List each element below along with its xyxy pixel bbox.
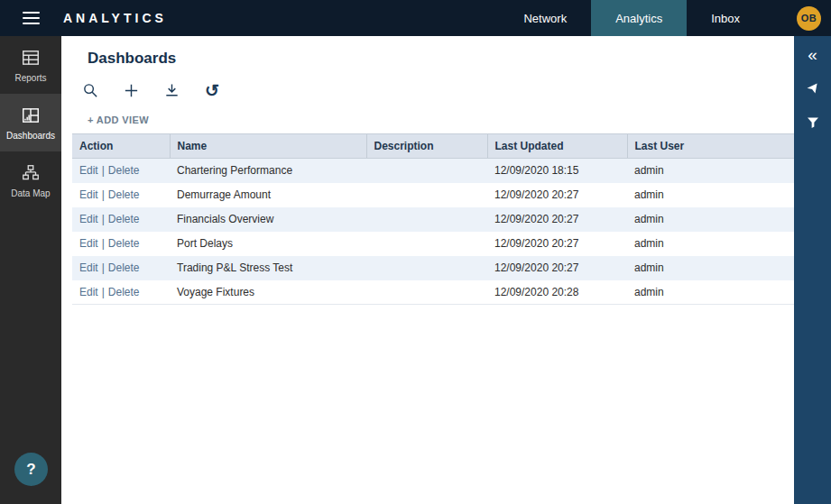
last-user-cell: admin	[627, 256, 794, 280]
left-sidebar: Reports Dashboards Data Map ?	[0, 36, 61, 504]
page-title: Dashboards	[88, 50, 794, 68]
edit-link[interactable]: Edit	[79, 261, 98, 274]
delete-link[interactable]: Delete	[108, 286, 140, 298]
table-row: Edit|Delete Voyage Fixtures 12/09/2020 2…	[72, 280, 794, 305]
last-user-cell: admin	[627, 232, 794, 256]
delete-link[interactable]: Delete	[108, 164, 140, 177]
hamburger-menu-icon[interactable]	[0, 0, 61, 36]
description-cell	[366, 207, 487, 232]
sidebar-item-label: Dashboards	[6, 131, 55, 141]
last-updated-cell: 12/09/2020 20:27	[487, 183, 627, 207]
action-cell: Edit|Delete	[72, 256, 170, 280]
right-sidebar: «	[794, 36, 831, 504]
description-cell	[366, 256, 487, 280]
action-separator: |	[102, 286, 105, 298]
action-separator: |	[102, 237, 105, 250]
top-bar: ANALYTICS Network Analytics Inbox OB	[0, 0, 831, 36]
last-updated-cell: 12/09/2020 20:27	[487, 232, 627, 256]
name-cell: Voyage Fixtures	[170, 280, 366, 305]
name-cell: Financials Overview	[170, 207, 366, 232]
dashboards-icon	[21, 105, 41, 125]
last-user-cell: admin	[627, 183, 794, 207]
collapse-panel-icon[interactable]: «	[802, 43, 824, 65]
last-user-cell: admin	[627, 159, 794, 183]
sidebar-item-data-map[interactable]: Data Map	[0, 151, 61, 209]
sidebar-item-label: Data Map	[11, 188, 50, 198]
main-content: Dashboards ↺ + ADD VIEW Action	[61, 36, 794, 504]
avatar[interactable]: OB	[797, 6, 821, 31]
name-cell: Demurrage Amount	[170, 183, 366, 207]
download-icon[interactable]	[162, 81, 180, 99]
name-cell: Chartering Performance	[170, 159, 366, 183]
action-cell: Edit|Delete	[72, 183, 170, 207]
column-header-last-user[interactable]: Last User	[627, 134, 794, 159]
description-cell	[366, 183, 487, 207]
delete-link[interactable]: Delete	[108, 188, 140, 201]
action-separator: |	[102, 213, 105, 225]
edit-link[interactable]: Edit	[79, 213, 98, 225]
delete-link[interactable]: Delete	[108, 261, 140, 274]
filter-icon[interactable]	[802, 112, 824, 133]
action-cell: Edit|Delete	[72, 207, 170, 232]
sidebar-item-dashboards[interactable]: Dashboards	[0, 94, 61, 151]
description-cell	[366, 232, 487, 256]
name-cell: Trading P&L Stress Test	[170, 256, 366, 280]
edit-link[interactable]: Edit	[79, 164, 98, 177]
name-cell: Port Delays	[170, 232, 366, 256]
action-cell: Edit|Delete	[72, 280, 170, 305]
brand-logo: ANALYTICS	[63, 11, 167, 25]
tab-analytics[interactable]: Analytics	[591, 0, 687, 36]
table-row: Edit|Delete Chartering Performance 12/09…	[72, 159, 794, 183]
edit-link[interactable]: Edit	[79, 237, 98, 250]
delete-link[interactable]: Delete	[108, 237, 140, 250]
tab-inbox[interactable]: Inbox	[687, 0, 764, 36]
delete-link[interactable]: Delete	[108, 213, 140, 225]
last-user-cell: admin	[627, 280, 794, 305]
sidebar-item-label: Reports	[14, 73, 46, 83]
description-cell	[366, 159, 487, 183]
toolbar: ↺	[81, 81, 794, 99]
reports-icon	[21, 48, 41, 68]
table-header-row: Action Name Description Last Updated Las…	[72, 134, 794, 159]
last-updated-cell: 12/09/2020 20:27	[487, 256, 627, 280]
edit-link[interactable]: Edit	[79, 286, 98, 298]
action-separator: |	[102, 164, 105, 177]
column-header-action[interactable]: Action	[72, 134, 170, 159]
tab-network[interactable]: Network	[499, 0, 591, 36]
search-icon[interactable]	[81, 81, 99, 99]
help-button[interactable]: ?	[14, 453, 48, 486]
data-map-icon	[21, 163, 41, 183]
action-separator: |	[102, 188, 105, 201]
edit-link[interactable]: Edit	[79, 188, 98, 201]
last-updated-cell: 12/09/2020 20:28	[487, 280, 627, 305]
action-separator: |	[102, 261, 105, 274]
action-cell: Edit|Delete	[72, 232, 170, 256]
column-header-last-updated[interactable]: Last Updated	[487, 134, 627, 159]
description-cell	[366, 280, 487, 305]
sidebar-item-reports[interactable]: Reports	[0, 36, 61, 94]
reset-icon[interactable]: ↺	[203, 81, 221, 99]
table-row: Edit|Delete Financials Overview 12/09/20…	[72, 207, 794, 232]
last-updated-cell: 12/09/2020 18:15	[487, 159, 627, 183]
last-user-cell: admin	[627, 207, 794, 232]
action-cell: Edit|Delete	[72, 159, 170, 183]
pointer-tool-icon[interactable]	[802, 78, 824, 99]
table-row: Edit|Delete Trading P&L Stress Test 12/0…	[72, 256, 794, 280]
add-view-button[interactable]: + ADD VIEW	[88, 115, 149, 125]
column-header-description[interactable]: Description	[366, 134, 487, 159]
column-header-name[interactable]: Name	[170, 134, 366, 159]
table-row: Edit|Delete Port Delays 12/09/2020 20:27…	[72, 232, 794, 256]
add-icon[interactable]	[122, 81, 140, 99]
table-row: Edit|Delete Demurrage Amount 12/09/2020 …	[72, 183, 794, 207]
dashboards-table: Action Name Description Last Updated Las…	[72, 133, 794, 305]
last-updated-cell: 12/09/2020 20:27	[487, 207, 627, 232]
